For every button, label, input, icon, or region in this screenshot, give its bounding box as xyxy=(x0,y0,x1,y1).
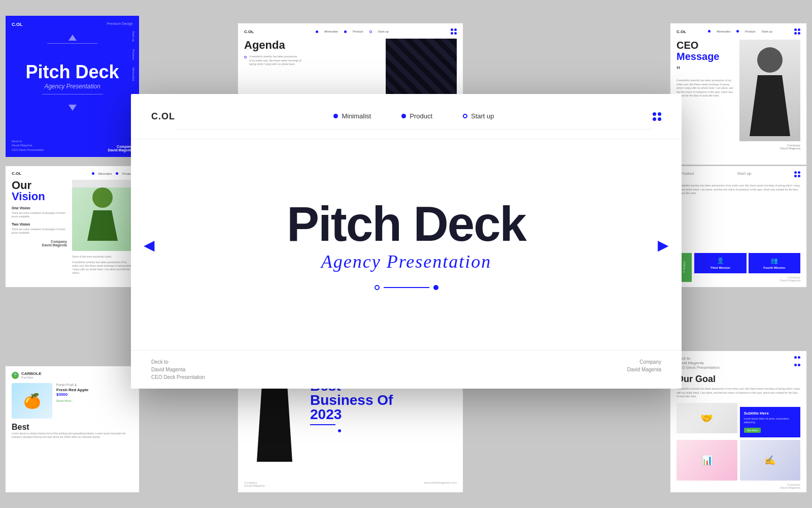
slide-indicators xyxy=(287,285,526,290)
tc-nav: Minimalist Product Start up xyxy=(316,30,388,33)
tr-ceo-title: CEOMessage xyxy=(676,40,734,62)
bc-footer: CompanyDavid Magenta www.davidmagenta.co… xyxy=(244,481,457,487)
br-subtitle-area: Subtitle Here Lorem ipsum dolor sit amet… xyxy=(740,403,801,437)
tl-side-label-1: Start up xyxy=(132,31,135,42)
main-nav-minimalist[interactable]: Minimalist xyxy=(333,112,371,120)
main-logo: C.OL xyxy=(151,111,175,122)
br-img-1: 📊 xyxy=(676,440,737,481)
slide-mid-right: ● Product Start up A wonderful serenity … xyxy=(670,166,807,288)
next-arrow[interactable]: ▶ xyxy=(658,236,669,253)
mr-mission-third: 👤 Third Mission xyxy=(694,253,747,273)
ml-company: CompanyDavid Magenta xyxy=(12,240,67,247)
ml-vision-item-1: One Vision There are many variations of … xyxy=(12,206,67,218)
bl-product-title: Fresh Red Apple xyxy=(56,388,88,392)
bc-footer-company: CompanyDavid Magenta xyxy=(244,481,264,487)
main-subtitle: Agency Presentation xyxy=(287,251,526,272)
tr-company: CompanyDavid Magenta xyxy=(739,144,800,150)
tl-logo: C.OL xyxy=(12,22,23,27)
slide-bottom-right: Deck toDavid MagentaCEO Deck Presentatio… xyxy=(670,351,807,493)
bl-best-text: Best xyxy=(12,423,133,432)
bl-lorem: Lorem Ipsum is simply dummy text of the … xyxy=(12,432,133,439)
tr-dots xyxy=(794,28,800,35)
tr-nav: Minimalist Product Start up xyxy=(708,30,772,33)
mr-dots xyxy=(794,171,800,177)
ml-person-image xyxy=(72,180,133,251)
tc-agenda-title: Agenda xyxy=(244,39,381,52)
br-img-2: ✍️ xyxy=(740,440,801,481)
main-footer-right: Company David Magenta xyxy=(627,358,661,381)
br-image-row: 🤝 Subtitle Here Lorem ipsum dolor sit am… xyxy=(676,403,800,437)
br-goal-text: A wonderful serenity has taken possessio… xyxy=(676,387,800,399)
ml-logo: C.OL xyxy=(12,171,21,176)
main-dots-grid xyxy=(653,112,661,121)
tl-subtitle: Agency Presentation xyxy=(12,83,133,90)
main-body: ◀ Pitch Deck Agency Presentation ▶ xyxy=(131,139,682,350)
br-goal-title: Our Goal xyxy=(676,374,800,385)
mr-missions-container: 👤 Third Mission 👥 Fourth Mission Company… xyxy=(694,253,800,282)
ml-vision-item-2: Two Vision There are many variations of … xyxy=(12,223,67,235)
tl-footer-company: CompanyDavid Magenta xyxy=(108,145,133,152)
tc-dots xyxy=(451,28,457,35)
mr-mission-fourth: 👥 Fourth Mission xyxy=(749,253,801,273)
ml-nav: Minimalist Product xyxy=(92,172,133,175)
tc-logo: C.OL xyxy=(244,29,254,34)
tr-logo: C.OL xyxy=(676,29,686,34)
main-nav-startup[interactable]: Start up xyxy=(463,112,494,120)
main-title: Pitch Deck xyxy=(287,200,526,248)
tc-building-image xyxy=(386,39,457,100)
bl-brand: 🍃 CARBOLE Fruit Store xyxy=(12,371,133,379)
main-footer: Deck to David Magenta CEO Deck Presentat… xyxy=(131,350,682,389)
bc-footer-website: www.davidmagenta.com xyxy=(424,481,457,487)
br-header: Deck toDavid MagentaCEO Deck Presentatio… xyxy=(676,356,800,370)
tl-side-label-2: Product xyxy=(132,49,135,60)
tr-ceo-text: A wonderful serenity has taken possessio… xyxy=(676,79,734,98)
slide-mid-left: C.OL Minimalist Product Our Vision One V… xyxy=(5,166,140,288)
ml-vision-title: Our Vision xyxy=(12,180,67,202)
tl-side-label-3: Minimalist xyxy=(132,68,135,81)
tl-title: Pitch Deck xyxy=(12,61,133,83)
ml-some-text: Some of the most successful users. xyxy=(72,255,133,258)
bl-product-price: $3000 xyxy=(56,392,88,397)
main-footer-left: Deck to David Magenta CEO Deck Presentat… xyxy=(151,358,205,381)
main-featured-slide: C.OL Minimalist Product Start up ◀ Pitch… xyxy=(131,94,682,389)
br-dots xyxy=(794,356,800,370)
mr-company: CompanyDavid Magenta xyxy=(694,276,800,282)
tc-agenda-text: A wonderful serenity has taken possessio… xyxy=(249,55,301,67)
br-subtitle-box: Subtitle Here Lorem ipsum dolor sit amet… xyxy=(740,407,801,437)
tl-footer-left: Deck toDavid MagentaCEO Deck Presentatio… xyxy=(12,139,44,152)
br-see-more-button[interactable]: See More xyxy=(744,428,761,433)
tc-nav-minimalist: Minimalist xyxy=(324,30,338,33)
mr-text: A wonderful serenity has taken possessio… xyxy=(676,184,800,196)
bl-product-sub: Fresh Fruit & xyxy=(56,383,88,387)
main-nav-product[interactable]: Product xyxy=(401,112,432,120)
tr-quote: " xyxy=(676,65,734,76)
ml-para-text: A wonderful serenity has taken possessio… xyxy=(72,261,133,275)
bl-read-more: Read More... xyxy=(56,399,88,402)
tl-label: Premium Design xyxy=(107,22,133,25)
br-company: CompanyDavid Magenta xyxy=(676,481,800,489)
main-nav: C.OL Minimalist Product Start up xyxy=(131,94,682,139)
br-bottom-images: 📊 ✍️ xyxy=(676,440,800,481)
prev-arrow[interactable]: ◀ xyxy=(144,236,155,253)
tc-nav-startup: Start up xyxy=(378,30,389,33)
tr-person-image xyxy=(739,40,800,141)
slide-bottom-left: 🍃 CARBOLE Fruit Store 🍊 Fresh Fruit & Fr… xyxy=(5,366,140,493)
bl-product-image: 🍊 xyxy=(12,383,52,419)
slide-top-right: C.OL Minimalist Product Start up CEOMess… xyxy=(670,23,807,165)
tc-nav-product: Product xyxy=(353,30,363,33)
bl-product-card: 🍊 Fresh Fruit & Fresh Red Apple $3000 Re… xyxy=(12,383,133,419)
br-img-person: 🤝 xyxy=(676,403,737,433)
slide-top-left: C.OL Premium Design Pitch Deck Agency Pr… xyxy=(5,15,140,157)
mr-nav-startup: Start up xyxy=(737,171,751,177)
